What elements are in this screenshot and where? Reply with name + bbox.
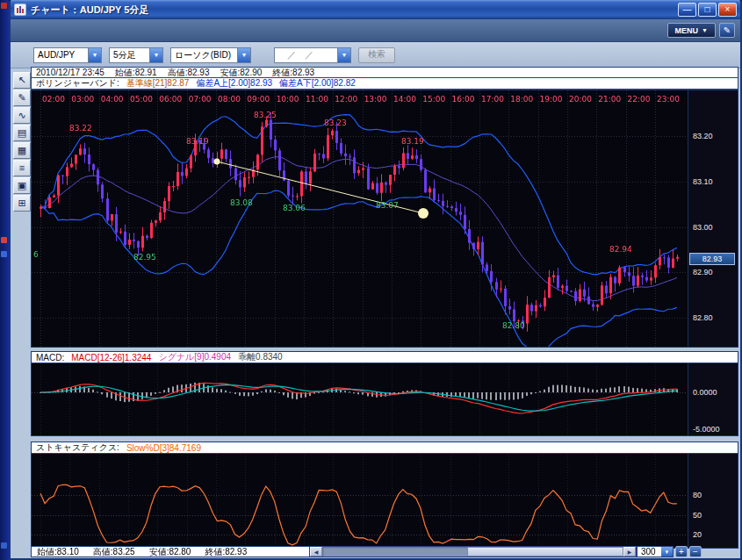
toolbar: AUD/JPY ▼ 5分足 ▼ ローソク(BID) ▼ ／ ／ ▼ 検索 <box>11 42 740 68</box>
scroll-left-icon[interactable]: ◀ <box>310 547 322 556</box>
chart-window: チャート：AUD/JPY 5分足 — □ × MENU ▼ ✎ AUD/JPY … <box>9 0 742 560</box>
bar-count-value: 300 <box>641 547 656 556</box>
macd-signal-value: シグナル[9]0.4904 <box>158 351 231 363</box>
date-input[interactable]: ／ ／ ▼ <box>274 47 351 63</box>
session-close: 終値:82.93 <box>205 546 247 558</box>
scrollbar-track[interactable] <box>322 547 623 556</box>
select-tool-button[interactable]: ↖ <box>13 72 31 89</box>
stoch-axis: 805020 <box>688 454 738 548</box>
edit-icon[interactable]: ✎ <box>719 23 735 38</box>
desktop-icon[interactable] <box>1 237 7 243</box>
macd-header: MACD: MACD[12-26]1.3244 シグナル[9]0.4904 乖離… <box>32 352 738 363</box>
chart-scrollbar[interactable]: ◀ ▶ <box>310 546 637 557</box>
macd-axis: 0.0000-5.0000 <box>688 363 738 435</box>
chevron-down-icon[interactable]: ▼ <box>237 48 250 62</box>
session-high: 高値:83.25 <box>93 546 135 558</box>
bollinger-lower-value: 偏差A下[2.00]82.82 <box>279 78 356 90</box>
pair-select[interactable]: AUD/JPY ▼ <box>33 47 102 63</box>
axis-tick-label: 20 <box>693 530 702 539</box>
chevron-down-icon: ▼ <box>702 27 708 33</box>
chart-type-tool-button[interactable]: ▤ <box>13 125 31 141</box>
quote-open: 始値:82.91 <box>115 67 157 78</box>
desktop-icon[interactable] <box>1 3 7 9</box>
timeframe-select-value: 5分足 <box>113 49 136 61</box>
stoch-canvas[interactable] <box>32 454 688 548</box>
trendline-tool-button[interactable]: ∿ <box>13 107 31 124</box>
desktop-icon[interactable] <box>1 542 7 549</box>
bar-count-select[interactable]: 300 ▼ <box>637 546 674 557</box>
bollinger-upper-value: 偏差A上[2.00]82.93 <box>196 78 272 90</box>
close-button[interactable]: × <box>718 3 737 17</box>
search-button[interactable]: 検索 <box>358 47 395 63</box>
macd-label: MACD: <box>36 353 64 363</box>
bottom-status-bar: 始値:83.10 高値:83.25 安値:82.80 終値:82.93 ◀ ▶ … <box>31 546 738 557</box>
current-price-badge: 82.93 <box>689 253 735 265</box>
chevron-down-icon[interactable]: ▼ <box>149 48 162 62</box>
bollinger-info-row: ボリンジャーバンド: 基準線[21]82.87 偏差A上[2.00]82.93 … <box>31 78 738 90</box>
axis-tick-label: 80 <box>693 491 702 499</box>
grid-tool-button[interactable]: ▦ <box>13 142 31 159</box>
axis-tick-label: 83.10 <box>693 177 713 186</box>
session-low: 安値:82.80 <box>149 546 191 558</box>
list-tool-button[interactable]: ≡ <box>13 160 31 176</box>
minimize-button[interactable]: — <box>678 3 696 17</box>
quote-info-row: 2010/12/17 23:45 始値:82.91 高値:82.93 安値:82… <box>31 67 738 78</box>
layout-tool-button[interactable]: ⊞ <box>13 195 31 212</box>
desktop-edge <box>0 0 9 560</box>
stochastics-header: ストキャスティクス: Slow%D[3]84.7169 <box>32 442 738 454</box>
chevron-down-icon[interactable]: ▼ <box>88 48 101 62</box>
chevron-down-icon[interactable]: ▼ <box>337 48 350 62</box>
axis-tick-label: -5.0000 <box>693 425 720 434</box>
menu-bar: MENU ▼ ✎ <box>11 19 740 42</box>
macd-value: MACD[12-26]1.3244 <box>71 353 151 363</box>
macd-canvas[interactable] <box>32 363 688 435</box>
zoom-out-button[interactable]: − <box>689 546 702 557</box>
quote-close: 終値:82.93 <box>272 67 314 78</box>
app-chart-icon <box>14 4 26 16</box>
bollinger-label: ボリンジャーバンド: <box>36 78 119 90</box>
zoom-in-button[interactable]: + <box>675 546 688 557</box>
print-tool-button[interactable]: ▣ <box>13 177 31 194</box>
drawing-tool-sidebar: ↖ ✎ ∿ ▤ ▦ ≡ ▣ ⊞ <box>13 72 32 212</box>
scrollbar-thumb[interactable] <box>467 547 623 556</box>
quote-low: 安値:82.90 <box>220 67 262 78</box>
quote-datetime: 2010/12/17 23:45 <box>36 68 104 77</box>
stochastics-label: ストキャスティクス: <box>36 442 119 454</box>
axis-tick-label: 83.20 <box>693 132 713 140</box>
axis-tick-label: 82.90 <box>693 268 713 276</box>
date-input-value: ／ ／ <box>278 49 313 61</box>
pair-select-value: AUD/JPY <box>38 50 75 60</box>
main-price-axis: 82.93 83.2083.1083.0082.9082.80 <box>688 90 738 347</box>
quote-high: 高値:82.93 <box>168 67 210 78</box>
axis-tick-label: 82.80 <box>693 313 713 322</box>
main-chart-canvas[interactable] <box>32 90 688 347</box>
pencil-tool-button[interactable]: ✎ <box>13 90 31 106</box>
window-title: チャート：AUD/JPY 5分足 <box>31 4 148 17</box>
bollinger-base-value: 基準線[21]82.87 <box>126 78 190 90</box>
main-chart-panel: 82.93 83.2083.1083.0082.9082.80 <box>31 90 738 348</box>
stochastics-slowd-value: Slow%D[3]84.7169 <box>126 443 201 453</box>
session-ohlc: 始値:83.10 高値:83.25 安値:82.80 終値:82.93 <box>31 546 310 557</box>
maximize-button[interactable]: □ <box>698 3 717 17</box>
axis-tick-label: 83.00 <box>693 223 713 232</box>
chevron-down-icon[interactable]: ▼ <box>661 547 673 556</box>
axis-tick-label: 50 <box>693 511 702 520</box>
desktop-icon[interactable] <box>1 251 7 257</box>
title-bar[interactable]: チャート：AUD/JPY 5分足 — □ × <box>11 0 740 19</box>
menu-button[interactable]: MENU ▼ <box>667 23 716 38</box>
chart-style-select-value: ローソク(BID) <box>175 49 231 61</box>
menu-button-label: MENU <box>675 26 699 35</box>
stochastics-panel: ストキャスティクス: Slow%D[3]84.7169 805020 <box>31 442 738 549</box>
axis-tick-label: 0.0000 <box>693 388 717 397</box>
chart-style-select[interactable]: ローソク(BID) ▼ <box>170 47 251 63</box>
timeframe-select[interactable]: 5分足 ▼ <box>109 47 163 63</box>
session-open: 始値:83.10 <box>37 546 79 558</box>
scroll-right-icon[interactable]: ▶ <box>623 547 636 556</box>
macd-panel: MACD: MACD[12-26]1.3244 シグナル[9]0.4904 乖離… <box>31 351 738 436</box>
macd-divergence-value: 乖離0.8340 <box>238 351 283 363</box>
